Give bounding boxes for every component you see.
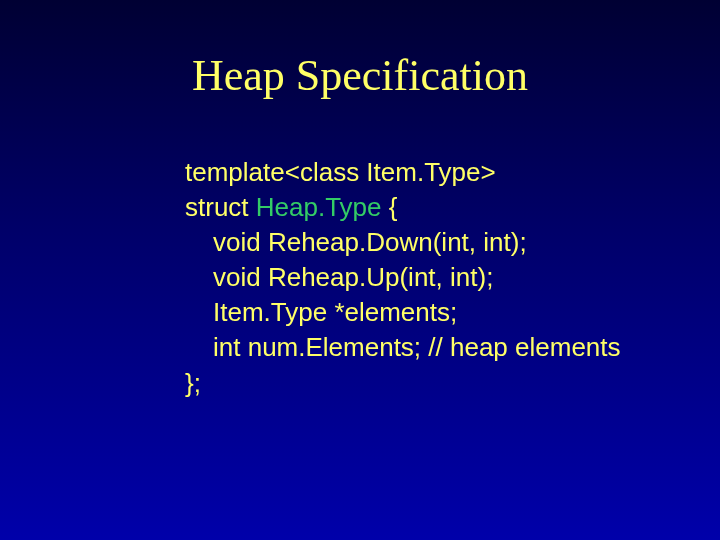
code-line: void Reheap.Down(int, int); <box>185 225 660 260</box>
code-line: }; <box>185 366 660 401</box>
code-line: template<class Item.Type> <box>185 155 660 190</box>
code-block: template<class Item.Type> struct Heap.Ty… <box>185 155 660 401</box>
code-line: Item.Type *elements; <box>185 295 660 330</box>
code-line: int num.Elements; // heap elements <box>185 330 660 365</box>
code-line: void Reheap.Up(int, int); <box>185 260 660 295</box>
type-name: Heap.Type <box>256 192 382 222</box>
keyword-struct: struct <box>185 192 256 222</box>
slide: Heap Specification template<class Item.T… <box>0 0 720 540</box>
brace-open: { <box>382 192 398 222</box>
slide-title: Heap Specification <box>0 50 720 101</box>
code-line: struct Heap.Type { <box>185 190 660 225</box>
